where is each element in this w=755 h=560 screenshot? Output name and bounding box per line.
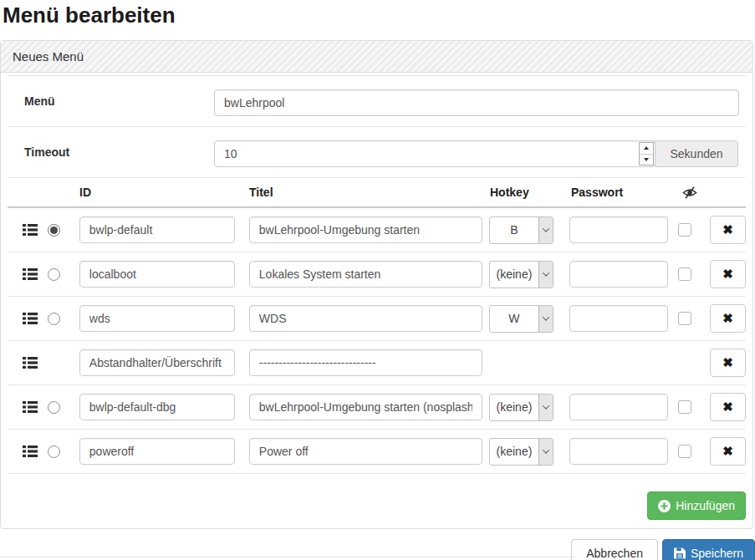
entry-hotkey-select[interactable]: (keine) xyxy=(489,438,554,466)
entry-id-input[interactable] xyxy=(79,305,235,332)
menu-entries-table: ID Titel Hotkey Passwort xyxy=(8,177,746,474)
save-button[interactable]: Speichern xyxy=(662,539,755,560)
entry-password-input[interactable] xyxy=(569,261,668,288)
entry-hidden-checkbox[interactable] xyxy=(678,400,691,414)
entry-title-input[interactable] xyxy=(249,305,482,332)
floppy-disk-icon xyxy=(674,547,686,559)
default-entry-radio[interactable] xyxy=(48,401,60,414)
panel-body: Menü Timeout Sekunden ID Titel Hotkey xyxy=(1,73,752,528)
divider xyxy=(0,557,574,557)
column-header-passwort: Passwort xyxy=(571,186,680,200)
entry-hidden-checkbox[interactable] xyxy=(678,267,691,281)
table-row: B ✖ xyxy=(8,208,746,252)
delete-x-icon: ✖ xyxy=(722,222,733,237)
entry-password-input[interactable] xyxy=(569,216,668,243)
default-entry-radio[interactable] xyxy=(48,268,60,281)
menu-name-input[interactable] xyxy=(214,89,739,116)
entry-password-input[interactable] xyxy=(569,394,668,420)
page-title: Menü bearbeiten xyxy=(3,3,755,28)
menu-name-row: Menü xyxy=(8,75,746,126)
entry-title-input[interactable] xyxy=(249,394,482,420)
delete-x-icon: ✖ xyxy=(722,355,733,370)
delete-x-icon: ✖ xyxy=(722,311,733,326)
delete-entry-button[interactable]: ✖ xyxy=(710,216,746,244)
delete-entry-button[interactable]: ✖ xyxy=(710,393,746,421)
entry-title-input[interactable] xyxy=(249,261,482,288)
column-header-id: ID xyxy=(79,186,249,200)
table-row: W ✖ xyxy=(8,297,746,341)
eye-slash-icon xyxy=(682,186,697,200)
entry-id-input[interactable] xyxy=(79,394,235,420)
timeout-unit-addon: Sekunden xyxy=(655,140,738,167)
entry-hotkey-select[interactable]: B xyxy=(489,216,554,244)
entry-id-input[interactable] xyxy=(79,261,235,288)
add-row: Hinzufügen xyxy=(8,474,746,520)
plus-circle-icon xyxy=(658,500,671,512)
delete-x-icon: ✖ xyxy=(722,444,733,459)
delete-entry-button[interactable]: ✖ xyxy=(710,304,746,333)
delete-entry-button[interactable]: ✖ xyxy=(710,349,746,377)
drag-handle-icon[interactable] xyxy=(8,268,38,280)
spinner-up-icon[interactable] xyxy=(640,143,653,155)
chevron-down-icon xyxy=(538,395,553,420)
chevron-down-icon xyxy=(538,217,553,243)
default-entry-radio[interactable] xyxy=(48,224,60,237)
entry-hotkey-select[interactable]: (keine) xyxy=(489,261,554,288)
table-row: (keine) ✖ xyxy=(8,385,746,430)
delete-x-icon: ✖ xyxy=(722,267,733,282)
entry-password-input[interactable] xyxy=(569,438,668,465)
entry-hidden-checkbox[interactable] xyxy=(678,223,691,237)
entry-title-input[interactable] xyxy=(249,216,482,243)
spinner-down-icon[interactable] xyxy=(640,155,653,165)
timeout-input-group xyxy=(214,140,656,167)
entry-password-input[interactable] xyxy=(569,305,668,332)
timeout-label: Timeout xyxy=(8,140,214,167)
delete-entry-button[interactable]: ✖ xyxy=(710,437,746,466)
panel-heading: Neues Menü xyxy=(1,41,752,73)
table-row: (keine) ✖ xyxy=(8,252,746,297)
delete-x-icon: ✖ xyxy=(722,400,733,415)
chevron-down-icon xyxy=(538,439,553,465)
timeout-row: Timeout Sekunden xyxy=(8,126,746,177)
entry-title-input[interactable] xyxy=(249,349,482,376)
entry-hotkey-select[interactable]: (keine) xyxy=(489,394,554,421)
default-entry-radio[interactable] xyxy=(48,313,60,325)
entry-hidden-checkbox[interactable] xyxy=(678,312,691,325)
table-row: ✖ xyxy=(8,341,746,385)
entry-id-input[interactable] xyxy=(79,216,235,243)
menu-edit-panel: Neues Menü Menü Timeout Sekunden ID xyxy=(0,40,753,529)
column-header-hidden xyxy=(680,186,712,200)
column-header-hotkey: Hotkey xyxy=(490,186,571,200)
chevron-down-icon xyxy=(538,306,553,332)
entry-hidden-checkbox[interactable] xyxy=(678,445,691,458)
timeout-input[interactable] xyxy=(214,140,656,167)
entry-title-input[interactable] xyxy=(249,438,482,465)
default-entry-radio[interactable] xyxy=(48,445,60,458)
add-entry-button[interactable]: Hinzufügen xyxy=(647,491,746,520)
drag-handle-icon[interactable] xyxy=(8,401,38,413)
menu-name-label: Menü xyxy=(8,89,214,116)
table-row: (keine) ✖ xyxy=(8,430,746,474)
entries-header: ID Titel Hotkey Passwort xyxy=(8,178,746,208)
number-spinner[interactable] xyxy=(639,142,654,165)
column-header-titel: Titel xyxy=(249,186,490,200)
entry-id-input[interactable] xyxy=(79,438,235,465)
drag-handle-icon[interactable] xyxy=(8,224,38,236)
drag-handle-icon[interactable] xyxy=(8,445,38,457)
entry-hotkey-select[interactable]: W xyxy=(489,305,554,333)
entry-id-input[interactable] xyxy=(79,349,235,376)
drag-handle-icon[interactable] xyxy=(8,313,38,324)
cancel-button[interactable]: Abbrechen xyxy=(571,539,658,560)
chevron-down-icon xyxy=(538,262,553,288)
drag-handle-icon[interactable] xyxy=(8,357,38,369)
delete-entry-button[interactable]: ✖ xyxy=(710,260,746,288)
